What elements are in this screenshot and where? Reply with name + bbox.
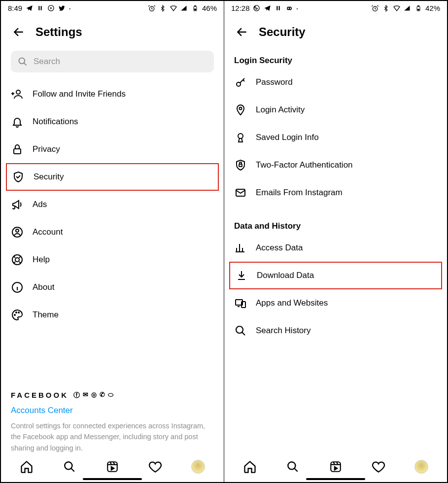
svg-rect-30 [239,164,242,167]
battery-icon [191,4,199,12]
settings-item-ads[interactable]: Ads [11,191,214,218]
security-item-label: Emails From Instagram [256,188,343,198]
svg-point-13 [15,258,19,262]
settings-item-help[interactable]: Help [11,246,214,274]
megaphone-icon [11,198,24,211]
nav-reels[interactable] [105,459,120,474]
settings-item-notifications[interactable]: Notifications [11,108,214,136]
settings-item-privacy[interactable]: Privacy [11,136,214,163]
nav-search[interactable] [62,459,77,474]
search-icon [234,324,247,337]
accounts-center-link[interactable]: Accounts Center [1,400,224,415]
nav-home[interactable] [19,459,34,474]
whatsapp-icon: ✆ [100,391,105,400]
nav-profile[interactable] [414,459,429,474]
security-item-password[interactable]: Password [234,69,437,96]
security-item-label: Apps and Websites [256,298,328,308]
settings-item-label: Security [34,172,64,182]
page-title: Settings [35,25,82,39]
svg-point-29 [238,134,243,138]
wifi-icon [393,4,401,12]
signal-icon [404,4,412,12]
back-button[interactable] [235,25,249,39]
svg-point-11 [16,229,19,232]
status-battery-pct: 42% [425,4,440,12]
security-item-saved-login[interactable]: Saved Login Info [234,124,437,151]
settings-item-label: Ads [33,200,47,209]
security-item-apps-websites[interactable]: Apps and Websites [234,289,437,317]
svg-point-8 [16,90,20,94]
key-icon [234,76,247,89]
oculus-icon: ⬭ [108,391,113,400]
whatsapp-icon [253,4,261,12]
nav-reels[interactable] [328,459,343,474]
security-item-label: Password [256,77,293,87]
nav-profile[interactable] [191,459,206,474]
svg-point-7 [19,58,25,64]
avatar [191,460,205,474]
settings-item-label: Follow and Invite Friends [33,89,126,99]
security-item-access-data[interactable]: Access Data [234,234,437,262]
palette-icon [11,309,24,321]
svg-rect-26 [417,9,419,10]
svg-rect-25 [417,5,419,6]
mail-icon [234,186,247,199]
avatar [414,460,428,474]
svg-rect-1 [40,6,41,10]
settings-item-label: About [33,282,54,292]
bluetooth-icon [382,4,390,12]
security-item-label: Saved Login Info [256,133,319,142]
security-item-search-history[interactable]: Search History [234,317,437,345]
pause-icon [275,4,282,12]
nav-search[interactable] [285,459,300,474]
security-item-label: Search History [256,326,310,336]
lock-icon [11,143,24,156]
security-item-emails[interactable]: Emails From Instagram [234,179,437,207]
back-button[interactable] [12,25,26,39]
settings-item-account[interactable]: Account [11,218,214,246]
status-bar: 8:49 · 46% [1,1,224,13]
nav-indicator [306,478,365,480]
svg-point-16 [16,312,17,313]
nav-home[interactable] [242,459,257,474]
twitter-icon [58,4,66,12]
telegram-icon [264,4,272,12]
security-screen: 12:28 · 42% Security Login Security Pass… [224,1,447,482]
security-item-label: Login Activity [256,105,305,115]
security-item-label: Access Data [256,243,303,253]
info-icon [11,281,24,294]
pause-icon [36,4,44,12]
settings-item-invite[interactable]: Follow and Invite Friends [11,80,214,108]
svg-rect-0 [38,6,39,10]
svg-rect-36 [331,462,341,472]
help-icon [11,253,24,266]
settings-item-label: Help [33,255,50,265]
security-item-download-data[interactable]: Download Data [229,262,442,289]
settings-item-label: Theme [33,310,59,320]
settings-item-security[interactable]: Security [6,163,219,191]
devices-icon [234,297,247,310]
download-icon [235,269,248,282]
signal-icon [180,4,188,12]
status-bar: 12:28 · 42% [224,1,447,13]
battery-icon [414,4,422,12]
status-battery-pct: 46% [202,4,217,12]
bluetooth-icon [159,4,167,12]
security-list: Login Security Password Login Activity S… [224,46,447,453]
security-item-two-factor[interactable]: Two-Factor Authentication [234,151,437,179]
settings-item-theme[interactable]: Theme [11,301,214,329]
nav-activity[interactable] [148,459,163,474]
bar-chart-icon [234,242,247,254]
telegram-icon [25,4,33,12]
status-time: 8:49 [8,4,22,12]
security-item-login-activity[interactable]: Login Activity [234,96,437,124]
search-input[interactable] [34,57,207,67]
nav-activity[interactable] [371,459,386,474]
add-user-icon [11,88,24,101]
settings-item-about[interactable]: About [11,274,214,301]
svg-rect-19 [107,462,117,472]
wifi-icon [170,4,177,12]
bell-icon [11,115,24,128]
search-box[interactable] [11,51,214,72]
header: Settings [1,13,224,46]
